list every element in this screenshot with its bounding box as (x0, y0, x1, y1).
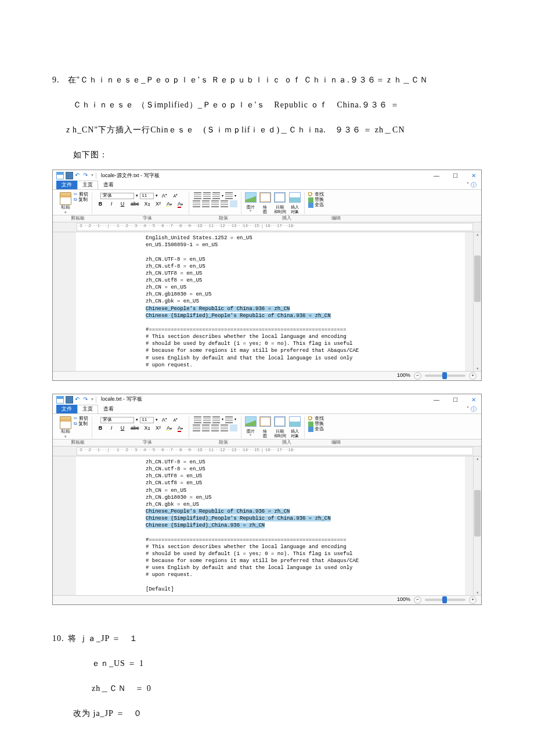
font-color-button[interactable]: A▾ (176, 425, 185, 432)
italic-button[interactable]: I (107, 201, 116, 208)
paste-button[interactable] (60, 416, 71, 429)
zoom-in-button[interactable]: + (469, 596, 477, 604)
subscript-button[interactable]: X₂ (143, 425, 152, 432)
font-name-select[interactable]: 宋体 (100, 193, 134, 199)
close-button[interactable]: ✕ (470, 397, 478, 403)
insert-datetime-button[interactable]: 日期 和时间 (274, 416, 286, 438)
file-tab[interactable]: 文件 (56, 181, 77, 189)
redo-icon[interactable]: ↷ (83, 397, 89, 403)
bullets-button[interactable] (212, 192, 220, 199)
insert-object-button[interactable]: 插入 对象 (289, 416, 301, 438)
align-justify-button[interactable] (221, 424, 228, 431)
copy-button[interactable]: ⧉复制 (74, 197, 88, 203)
strike-button[interactable]: abc (129, 201, 141, 208)
paste-button[interactable] (60, 192, 71, 205)
wp1-scroll-thumb[interactable] (474, 255, 481, 302)
insert-paint-button[interactable]: 绘 图 (259, 192, 271, 214)
wp2-scroll-thumb[interactable] (474, 490, 481, 537)
italic-button[interactable]: I (107, 425, 116, 432)
zoom-slider[interactable] (425, 375, 466, 377)
help-icon[interactable]: ⓘ (471, 182, 478, 188)
font-color-button[interactable]: A▾ (176, 201, 185, 208)
zoom-out-button[interactable]: − (414, 596, 421, 604)
paragraph-dialog-button[interactable] (230, 200, 237, 207)
insert-paint-button[interactable]: 绘 图 (259, 416, 271, 438)
undo-icon[interactable]: ↶ (75, 172, 81, 179)
close-button[interactable]: ✕ (470, 172, 478, 179)
help-icon[interactable]: ⓘ (471, 406, 478, 412)
grow-font-button[interactable]: A▴ (160, 192, 169, 200)
insert-picture-button[interactable]: 图片 ▾ (245, 192, 257, 213)
wp1-tabs: 文件 主页 查看 ˄ ⓘ (53, 181, 481, 189)
align-center-button[interactable] (202, 200, 210, 207)
align-left-button[interactable] (193, 200, 200, 207)
save-icon[interactable] (66, 172, 73, 179)
bold-button[interactable]: B (96, 201, 105, 208)
align-left-button[interactable] (193, 424, 200, 431)
selectall-button[interactable]: 全选 (308, 203, 324, 208)
maximize-button[interactable]: ☐ (451, 397, 459, 403)
group-clipboard-label: 剪贴板 (56, 440, 99, 445)
align-right-button[interactable] (211, 424, 219, 431)
minimize-button[interactable]: — (432, 172, 441, 179)
indent-dec-button[interactable] (194, 416, 201, 423)
redo-icon[interactable]: ↷ (83, 172, 89, 179)
copy-button[interactable]: ⧉复制 (74, 422, 88, 427)
linespacing-button[interactable] (225, 192, 233, 199)
font-size-select[interactable]: 11 (140, 417, 154, 423)
wp1-scrollbar[interactable]: ▴ ▾ (473, 232, 481, 371)
insert-datetime-button[interactable]: 日期 和时间 (274, 192, 286, 214)
undo-icon[interactable]: ↶ (75, 397, 81, 403)
paragraph-dialog-button[interactable] (230, 424, 237, 431)
app-menu-icon[interactable] (56, 172, 64, 179)
wp2-title: locale.txt - 写字板 (101, 397, 142, 402)
view-tab[interactable]: 查看 (98, 405, 119, 413)
shrink-font-button[interactable]: A▾ (171, 417, 180, 423)
zoom-slider[interactable] (425, 599, 466, 601)
zoom-out-button[interactable]: − (414, 372, 421, 380)
ribbon-minimize-icon[interactable]: ˄ (465, 405, 471, 413)
superscript-button[interactable]: X² (154, 201, 163, 208)
picture-icon (245, 192, 257, 203)
indent-dec-button[interactable] (194, 192, 201, 199)
ribbon-minimize-icon[interactable]: ˄ (465, 181, 471, 189)
item9-line2: Ｃｈｉｎｅｓｅ （Ｓimplified）_Ｐｅｏｐｌｅ'ｓ Republic ｏ… (52, 95, 482, 115)
wp2-text-area[interactable]: zh_CN.UTF-8 = en_USzh_CN.utf-8 = en_USzh… (76, 456, 465, 595)
shrink-font-button[interactable]: A▾ (171, 193, 180, 199)
linespacing-button[interactable] (225, 416, 233, 423)
clipboard-group: 粘贴 ▾ ✂剪切 ⧉复制 (56, 192, 92, 214)
paste-label: 粘贴 (60, 429, 71, 434)
file-tab[interactable]: 文件 (56, 405, 77, 413)
strike-button[interactable]: abc (129, 425, 141, 432)
align-right-button[interactable] (211, 200, 219, 207)
bullets-button[interactable] (212, 416, 220, 423)
bold-button[interactable]: B (96, 425, 105, 432)
grow-font-button[interactable]: A▴ (160, 416, 169, 424)
view-tab[interactable]: 查看 (98, 181, 119, 189)
zoom-in-button[interactable]: + (469, 372, 477, 380)
underline-button[interactable]: U (118, 425, 127, 432)
insert-object-button[interactable]: 插入 对象 (289, 192, 301, 214)
wp1-text-area[interactable]: English_United States.1252 = en_USen_US.… (76, 232, 465, 371)
highlight-button[interactable]: A▾ (165, 425, 174, 432)
item10-line4: 改为 ja_JP ＝ ０ (52, 703, 482, 723)
indent-inc-button[interactable] (203, 192, 211, 199)
app-menu-icon[interactable] (56, 396, 64, 404)
align-justify-button[interactable] (221, 200, 228, 207)
selectall-button[interactable]: 全选 (308, 427, 324, 432)
indent-inc-button[interactable] (203, 416, 211, 423)
minimize-button[interactable]: — (432, 397, 441, 403)
save-icon[interactable] (66, 396, 73, 404)
font-size-select[interactable]: 11 (140, 193, 154, 199)
home-tab[interactable]: 主页 (77, 405, 98, 413)
align-center-button[interactable] (202, 424, 210, 431)
superscript-button[interactable]: X² (154, 425, 163, 432)
underline-button[interactable]: U (118, 201, 127, 208)
insert-picture-button[interactable]: 图片 ▾ (245, 416, 257, 437)
wp2-scrollbar[interactable]: ▴ ▾ (473, 456, 481, 595)
highlight-button[interactable]: A▾ (165, 201, 174, 208)
font-name-select[interactable]: 宋体 (100, 417, 134, 423)
maximize-button[interactable]: ☐ (451, 172, 459, 179)
subscript-button[interactable]: X₂ (143, 201, 152, 208)
home-tab[interactable]: 主页 (77, 181, 98, 189)
